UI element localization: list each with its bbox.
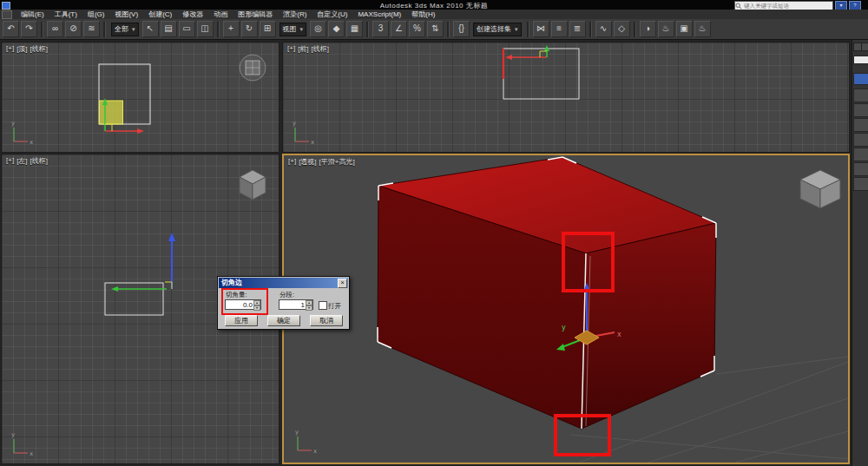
menu-rendering[interactable]: 渲染(R) <box>278 10 312 19</box>
select-and-scale-icon[interactable]: ⊞ <box>260 21 276 37</box>
spinner-snap-icon[interactable]: ⇅ <box>427 21 444 37</box>
viewport-perspective-label: [+] [透视] [平滑+高光] <box>288 157 355 167</box>
selection-filter-dropdown[interactable]: 全部 ▾ <box>111 23 139 36</box>
title-bar: Autodesk 3ds Max 2010 无标题 ▾ ? <box>0 0 868 10</box>
menu-edit[interactable]: 编辑(E) <box>16 10 49 19</box>
close-icon[interactable]: × <box>338 279 347 288</box>
box-object[interactable] <box>378 157 716 429</box>
menu-group[interactable]: 组(G) <box>82 10 110 19</box>
menu-views[interactable]: 视图(V) <box>109 10 143 19</box>
chevron-down-icon: ▾ <box>300 26 304 33</box>
angle-snap-icon[interactable]: ∠ <box>391 21 407 37</box>
viewport-menu-button[interactable]: [+] <box>6 44 14 54</box>
viewport-name-button[interactable]: [前] <box>298 44 308 54</box>
bind-to-space-warp-icon[interactable]: ≋ <box>83 21 100 37</box>
select-by-name-icon[interactable]: ▤ <box>161 21 177 37</box>
viewport-perspective[interactable]: [+] [透视] [平滑+高光] <box>282 154 850 464</box>
render-setup-icon[interactable]: ♨ <box>658 21 674 37</box>
dialog-title: 切角边 <box>221 279 242 286</box>
select-object-icon[interactable]: ↖ <box>142 21 159 37</box>
menu-help[interactable]: 帮助(H) <box>406 10 440 19</box>
viewport-name-button[interactable]: [左] <box>16 156 27 166</box>
keyboard-shortcut-override-icon[interactable]: ▦ <box>346 21 363 37</box>
viewport-menu-button[interactable]: [+] <box>288 157 296 167</box>
rollout-stub[interactable] <box>853 148 868 161</box>
rectangular-selection-region-icon[interactable]: ▭ <box>179 21 195 37</box>
select-and-link-icon[interactable]: ∞ <box>47 21 63 37</box>
command-panel-strip <box>852 40 868 466</box>
viewport-shading-button[interactable]: [线框] <box>312 44 329 54</box>
viewport-shading-button[interactable]: [平滑+高光] <box>319 157 355 167</box>
viewcube[interactable] <box>240 55 266 81</box>
rollout-stub[interactable] <box>853 103 868 117</box>
rollout-stub[interactable] <box>853 89 868 102</box>
align-icon[interactable]: ≡ <box>551 21 568 37</box>
rollout-stub[interactable] <box>853 118 868 132</box>
cancel-button[interactable]: 取消 <box>310 315 343 326</box>
select-and-manipulate-icon[interactable]: ◆ <box>328 21 345 37</box>
reference-coordinate-dropdown[interactable]: 视图 ▾ <box>279 23 307 36</box>
dialog-title-bar[interactable]: 切角边 <box>219 278 348 288</box>
menu-tools[interactable]: 工具(T) <box>49 10 82 19</box>
use-pivot-center-icon[interactable]: ◎ <box>310 21 326 37</box>
menu-modifiers[interactable]: 修改器 <box>177 10 208 19</box>
unlink-selection-icon[interactable]: ⊘ <box>65 21 82 37</box>
schematic-view-icon[interactable]: ◇ <box>614 21 630 37</box>
viewport-name-button[interactable]: [透视] <box>299 157 316 167</box>
material-editor-icon[interactable]: ◑ <box>640 21 656 37</box>
viewport-shading-button[interactable]: [线框] <box>30 44 48 54</box>
segments-spinner[interactable]: 1 ▴ ▾ <box>279 299 313 310</box>
rollout-stub[interactable] <box>853 133 868 147</box>
axis-x-label: x <box>30 450 33 457</box>
ok-button[interactable]: 确定 <box>267 315 300 326</box>
percent-snap-icon[interactable]: % <box>409 21 425 37</box>
box-front-view-outline[interactable] <box>503 49 579 99</box>
chamfer-amount-spinner[interactable]: 0.0 ▴ ▾ <box>225 299 261 310</box>
redo-icon[interactable]: ↷ <box>21 21 37 37</box>
coordinate-system-value: 视图 <box>283 24 297 34</box>
curve-editor-icon[interactable]: ∿ <box>595 21 612 37</box>
viewcube[interactable] <box>240 170 266 200</box>
command-panel-modify-tab-icon[interactable] <box>861 43 868 51</box>
menu-animation[interactable]: 动画 <box>208 10 233 19</box>
viewport-top[interactable]: [+] [顶] [线框] <box>1 42 279 153</box>
axis-x-label: x <box>311 139 314 146</box>
named-selection-sets-dropdown[interactable]: 创建选择集 ▾ <box>473 23 522 36</box>
mirror-icon[interactable]: ⋈ <box>533 21 549 37</box>
modifier-stack-selected-item[interactable] <box>853 73 868 85</box>
move-gizmo[interactable] <box>505 45 549 60</box>
select-and-move-icon[interactable]: + <box>223 21 240 37</box>
rollout-stub[interactable] <box>853 177 868 191</box>
spinner-down-icon[interactable]: ▾ <box>253 305 260 311</box>
axis-y-label: y <box>295 429 299 436</box>
box-left-view-outline[interactable] <box>105 283 163 315</box>
viewport-top-label: [+] [顶] [线框] <box>6 44 48 54</box>
menu-graph-editors[interactable]: 图形编辑器 <box>233 10 278 19</box>
toolbar-separator <box>217 22 220 37</box>
application-menu-icon[interactable] <box>2 10 12 19</box>
open-checkbox[interactable] <box>319 301 327 310</box>
select-and-rotate-icon[interactable]: ↻ <box>241 21 258 37</box>
menu-create[interactable]: 创建(C) <box>143 10 177 19</box>
undo-icon[interactable]: ↶ <box>3 21 19 37</box>
quick-render-icon[interactable]: ♨ <box>694 21 711 37</box>
menu-customize[interactable]: 自定义(U) <box>312 10 352 19</box>
viewport-menu-button[interactable]: [+] <box>287 44 295 54</box>
viewport-front[interactable]: [+] [前] [线框] x y <box>282 42 850 153</box>
apply-button[interactable]: 应用 <box>225 315 258 326</box>
spinner-down-icon[interactable]: ▾ <box>306 305 312 311</box>
search-input[interactable] <box>742 3 832 10</box>
modifier-list-stub[interactable] <box>853 56 868 64</box>
viewport-shading-button[interactable]: [线框] <box>30 156 48 166</box>
viewcube[interactable] <box>800 170 840 208</box>
rollout-stub[interactable] <box>853 162 868 176</box>
snaps-toggle-icon[interactable]: 3 <box>372 21 389 37</box>
menu-maxscript[interactable]: MAXScript(M) <box>352 10 406 19</box>
toolbar-separator <box>527 22 529 37</box>
viewport-menu-button[interactable]: [+] <box>6 156 14 166</box>
edit-named-selection-sets-icon[interactable]: {} <box>453 21 470 37</box>
window-crossing-icon[interactable]: ◫ <box>197 21 214 37</box>
rendered-frame-window-icon[interactable]: ▣ <box>676 21 693 37</box>
viewport-name-button[interactable]: [顶] <box>16 44 27 54</box>
layer-manager-icon[interactable]: ≣ <box>569 21 586 37</box>
